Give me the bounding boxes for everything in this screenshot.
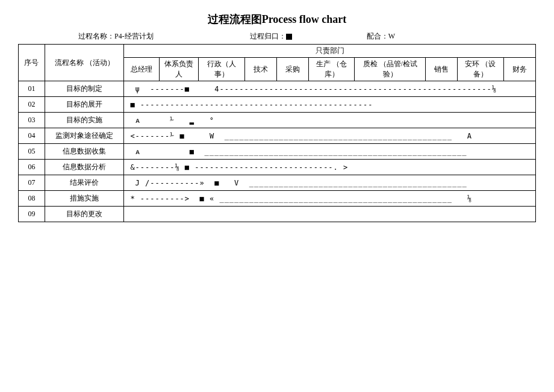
process-name-label: 过程名称： (78, 31, 114, 42)
header-sales: 销售 (426, 58, 458, 81)
cell-flow: ■ --------------------------------------… (124, 97, 536, 113)
header-admin: 行政（人事） (199, 58, 245, 81)
cell-seq: 02 (19, 97, 45, 113)
cell-seq: 06 (19, 160, 45, 175)
cell-seq: 07 (19, 175, 45, 191)
table-row: 03目标的实施 ᴀ ⅟ ▂ ° (19, 113, 536, 128)
cell-activity: 目标的实施 (45, 113, 124, 128)
header-tech: 技术 (244, 58, 276, 81)
meta-row: 过程名称： P4-经营计划 过程归口： 配合： W (18, 31, 536, 42)
cell-seq: 04 (19, 128, 45, 144)
cell-activity: 信息数据分析 (45, 160, 124, 175)
cell-flow (124, 207, 536, 222)
cell-activity: 信息数据收集 (45, 144, 124, 160)
header-finance: 财务 (503, 58, 535, 81)
cell-seq: 08 (19, 191, 45, 207)
coop-label: 配合： (367, 31, 388, 42)
header-qc: 质检 （品管/检试验） (355, 58, 426, 81)
header-activity: 流程名称 （活动） (45, 45, 124, 81)
header-gm: 总经理 (124, 58, 160, 81)
cell-seq: 05 (19, 144, 45, 160)
table-row: 02目标的展开■ -------------------------------… (19, 97, 536, 113)
table-row: 01目标的制定 ψ -------■ 4--------------------… (19, 81, 536, 97)
cell-seq: 09 (19, 207, 45, 222)
cell-activity: 目标的展开 (45, 97, 124, 113)
coop-value: W (388, 32, 395, 41)
header-dept-group: 只责部门 (124, 45, 536, 58)
cell-activity: 目标的更改 (45, 207, 124, 222)
cell-activity: 措施实施 (45, 191, 124, 207)
cell-flow: J /----------» ■ V _____________________… (124, 175, 536, 191)
cell-flow: ᴀ ⅟ ▂ ° (124, 113, 536, 128)
header-prod: 生产 （仓库） (308, 58, 355, 81)
square-icon (286, 34, 292, 40)
table-row: 06信息数据分析&--------⅛ ■ -------------------… (19, 160, 536, 175)
table-row: 09目标的更改 (19, 207, 536, 222)
header-safety: 安环 （设备） (458, 58, 504, 81)
table-row: 07结果评价 J /----------» ■ V ______________… (19, 175, 536, 191)
header-purchase: 采购 (276, 58, 308, 81)
cell-flow: ᴀ ■ ____________________________________… (124, 144, 536, 160)
cell-flow: <-------⅟ ■ W __________________________… (124, 128, 536, 144)
table-row: 08措施实施* ---------> ■ « _________________… (19, 191, 536, 207)
cell-activity: 监测对象途径确定 (45, 128, 124, 144)
table-row: 04监测对象途径确定<-------⅟ ■ W ________________… (19, 128, 536, 144)
cell-flow: ψ -------■ 4----------------------------… (124, 81, 536, 97)
process-name-value: P4-经营计划 (114, 31, 154, 42)
header-sys: 体系负责人 (160, 58, 199, 81)
page-title: 过程流程图Process flow chart (18, 12, 536, 26)
cell-flow: &--------⅛ ■ ---------------------------… (124, 160, 536, 175)
cell-seq: 01 (19, 81, 45, 97)
cell-activity: 结果评价 (45, 175, 124, 191)
cell-seq: 03 (19, 113, 45, 128)
process-table: 序号 流程名称 （活动） 只责部门 总经理 体系负责人 行政（人事） 技术 采购… (18, 44, 536, 222)
cell-activity: 目标的制定 (45, 81, 124, 97)
table-row: 05信息数据收集 ᴀ ■ ___________________________… (19, 144, 536, 160)
cell-flow: * ---------> ■ « _______________________… (124, 191, 536, 207)
process-owner-label: 过程归口： (250, 31, 286, 42)
header-seq: 序号 (19, 45, 45, 81)
